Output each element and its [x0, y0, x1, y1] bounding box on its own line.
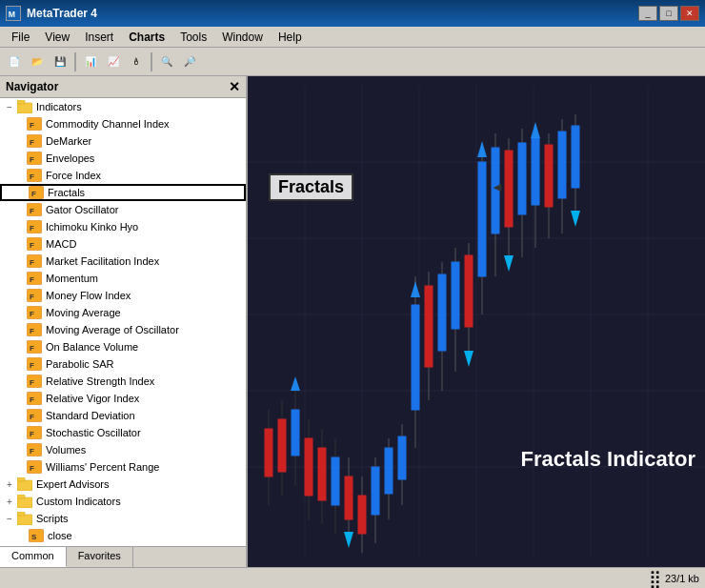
- indicator-label-19: Volumes: [46, 444, 86, 456]
- svg-rect-112: [532, 138, 539, 205]
- tree-indicator-williams'-percent-range[interactable]: FWilliams' Percent Range: [0, 458, 246, 476]
- tree-custom-indicators[interactable]: + Custom Indicators: [0, 493, 246, 510]
- tree-indicators-root[interactable]: − Indicators: [0, 98, 246, 115]
- svg-text:S: S: [31, 533, 37, 541]
- menu-help[interactable]: Help: [271, 29, 310, 46]
- svg-rect-74: [278, 419, 286, 472]
- tree-indicator-market-facilitation-index[interactable]: FMarket Facilitation Index: [0, 253, 246, 270]
- toolbar-zoom-in[interactable]: 🔍: [156, 51, 177, 72]
- svg-text:F: F: [30, 241, 34, 250]
- expert-advisors-label: Expert Advisors: [36, 478, 109, 490]
- svg-rect-72: [265, 429, 272, 476]
- svg-rect-76: [292, 410, 299, 456]
- toolbar-zoom-out[interactable]: 🔎: [179, 51, 200, 72]
- nav-tree[interactable]: − Indicators FCommodity Channel IndexFDe…: [0, 98, 246, 546]
- window-controls[interactable]: _ □ ✕: [638, 6, 699, 21]
- indicator-label-17: Standard Deviation: [46, 410, 135, 421]
- script-icon-close: S: [29, 529, 44, 542]
- restore-button[interactable]: □: [659, 6, 678, 21]
- indicator-label-20: Williams' Percent Range: [46, 461, 159, 473]
- toolbar-open[interactable]: 📂: [27, 51, 48, 72]
- folder-icon-custom: [17, 495, 32, 508]
- indicator-label-6: Ichimoku Kinko Hyo: [46, 221, 138, 233]
- tree-indicator-gator-oscillator[interactable]: FGator Oscillator: [0, 201, 246, 218]
- toolbar-separator-2: [151, 52, 152, 71]
- main-content: Navigator ✕ − Indicators FCommodity Chan…: [0, 76, 705, 567]
- callout-arrow: ◄: [491, 179, 504, 194]
- tree-indicator-moving-average[interactable]: FMoving Average: [0, 304, 246, 321]
- tree-indicator-standard-deviation[interactable]: FStandard Deviation: [0, 407, 246, 424]
- menu-insert[interactable]: Insert: [77, 29, 121, 46]
- tree-indicator-momentum[interactable]: FMomentum: [0, 270, 246, 287]
- svg-rect-108: [505, 151, 513, 227]
- status-info: 23/1 kb: [665, 573, 699, 584]
- svg-text:F: F: [30, 275, 34, 284]
- menu-charts[interactable]: Charts: [121, 29, 172, 46]
- svg-text:F: F: [30, 155, 34, 164]
- tree-indicator-volumes[interactable]: FVolumes: [0, 441, 246, 458]
- menu-window[interactable]: Window: [214, 29, 271, 46]
- indicator-label-2: Envelopes: [46, 152, 94, 164]
- svg-rect-94: [412, 305, 419, 410]
- tab-favorites[interactable]: Favorites: [67, 547, 133, 567]
- status-market-indicator: ⣿ 23/1 kb: [649, 568, 699, 589]
- tree-indicator-relative-vigor-index[interactable]: FRelative Vigor Index: [0, 390, 246, 407]
- tree-indicator-moving-average-of-oscillator[interactable]: FMoving Average of Oscillator: [0, 321, 246, 338]
- tree-indicator-force-index[interactable]: FForce Index: [0, 167, 246, 184]
- tree-indicator-demarker[interactable]: FDeMarker: [0, 132, 246, 150]
- svg-text:F: F: [30, 395, 34, 404]
- script-close-label: close: [48, 530, 72, 541]
- folder-icon-scripts: [17, 512, 32, 525]
- svg-rect-46: [17, 480, 32, 491]
- svg-rect-100: [452, 262, 459, 329]
- tree-indicator-fractals[interactable]: FFractals: [0, 184, 246, 201]
- tree-indicator-ichimoku-kinko-hyo[interactable]: FIchimoku Kinko Hyo: [0, 218, 246, 235]
- menu-view[interactable]: View: [37, 29, 77, 46]
- toolbar-line[interactable]: 📈: [103, 51, 124, 72]
- svg-text:F: F: [30, 207, 34, 215]
- menu-file[interactable]: File: [4, 29, 37, 46]
- svg-text:F: F: [31, 190, 36, 198]
- expand-icon-scripts: −: [4, 513, 15, 524]
- chart-area: Fractals ◄ Fractals Indicator: [248, 76, 705, 567]
- svg-rect-110: [518, 143, 526, 214]
- tree-indicator-money-flow-index[interactable]: FMoney Flow Index: [0, 287, 246, 304]
- tree-script-close[interactable]: S close: [0, 527, 246, 544]
- toolbar-chart[interactable]: 📊: [80, 51, 101, 72]
- tree-expert-advisors[interactable]: + Expert Advisors: [0, 476, 246, 493]
- fractals-callout-label: Fractals: [269, 173, 353, 201]
- tree-indicator-on-balance-volume[interactable]: FOn Balance Volume: [0, 338, 246, 355]
- navigator-panel: Navigator ✕ − Indicators FCommodity Chan…: [0, 76, 248, 567]
- indicator-label-7: MACD: [46, 238, 76, 250]
- tab-common[interactable]: Common: [0, 547, 67, 567]
- svg-rect-47: [17, 477, 25, 481]
- navigator-close[interactable]: ✕: [229, 79, 240, 94]
- tree-indicator-macd[interactable]: FMACD: [0, 235, 246, 253]
- folder-icon-indicators: [17, 100, 32, 113]
- tree-scripts[interactable]: − Scripts: [0, 510, 246, 527]
- expand-icon-indicators: −: [4, 101, 15, 112]
- svg-rect-51: [17, 512, 25, 516]
- svg-rect-118: [572, 126, 579, 188]
- expand-icon-custom: +: [4, 496, 15, 507]
- indicator-label-4: Fractals: [48, 187, 85, 198]
- svg-rect-84: [345, 476, 352, 519]
- toolbar-save[interactable]: 💾: [50, 51, 70, 72]
- indicator-label-9: Momentum: [46, 273, 98, 284]
- indicator-label-12: Moving Average of Oscillator: [46, 324, 179, 335]
- indicator-label-3: Force Index: [46, 170, 101, 181]
- tree-indicator-parabolic-sar[interactable]: FParabolic SAR: [0, 355, 246, 373]
- indicator-label-8: Market Facilitation Index: [46, 255, 159, 267]
- minimize-button[interactable]: _: [638, 6, 657, 21]
- tree-indicator-commodity-channel-index[interactable]: FCommodity Channel Index: [0, 115, 246, 132]
- menu-tools[interactable]: Tools: [172, 29, 214, 46]
- tree-indicator-stochastic-oscillator[interactable]: FStochastic Oscillator: [0, 424, 246, 441]
- tree-indicator-relative-strength-index[interactable]: FRelative Strength Index: [0, 373, 246, 390]
- tree-indicator-envelopes[interactable]: FEnvelopes: [0, 150, 246, 167]
- toolbar-new[interactable]: 📄: [4, 51, 25, 72]
- svg-rect-116: [558, 132, 566, 198]
- fractals-indicator-label: Fractals Indicator: [521, 447, 695, 472]
- svg-rect-49: [17, 495, 25, 498]
- close-button[interactable]: ✕: [680, 6, 699, 21]
- toolbar-candle[interactable]: 🕯: [126, 51, 147, 72]
